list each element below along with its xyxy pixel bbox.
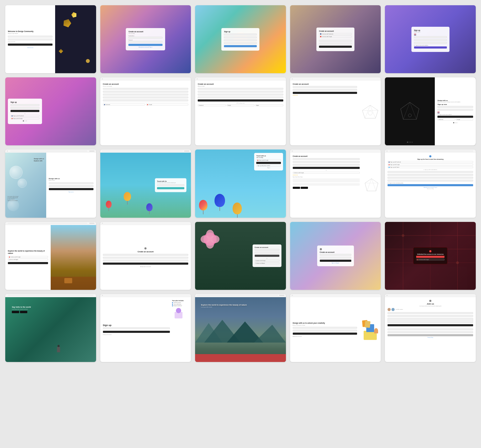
email-field[interactable] <box>319 40 352 42</box>
googleplay-btn[interactable] <box>301 187 308 189</box>
agree-checkbox[interactable] <box>414 45 415 46</box>
explore-btn[interactable] <box>279 295 284 296</box>
fname-field[interactable] <box>224 34 257 35</box>
login-link[interactable]: Already have an account? Log in <box>388 187 473 188</box>
signup-button[interactable] <box>437 116 473 118</box>
phone-btn[interactable]: Sign up with phone number <box>256 165 281 167</box>
email-field[interactable] <box>320 254 351 256</box>
confirm-field[interactable] <box>388 180 473 182</box>
password-field[interactable] <box>319 43 352 45</box>
login-link[interactable]: Sign up now <box>49 191 93 193</box>
signup-button[interactable] <box>11 110 39 112</box>
google-btn[interactable]: Google <box>456 119 473 120</box>
signup-button[interactable] <box>8 262 48 264</box>
extra-field-2[interactable] <box>388 331 473 333</box>
fname-field[interactable] <box>414 36 447 38</box>
facebook-btn[interactable]: Facebook <box>103 104 145 105</box>
lname-field[interactable] <box>103 91 189 93</box>
getstarted-button[interactable] <box>416 256 445 258</box>
signup-button[interactable] <box>128 44 163 46</box>
facebook-btn[interactable]: Sign up with Facebook <box>388 161 473 163</box>
name-field[interactable] <box>103 254 189 256</box>
password-field[interactable] <box>437 109 473 111</box>
signup-button[interactable] <box>49 188 93 190</box>
email-field[interactable] <box>293 327 357 329</box>
google-btn[interactable]: Sign up with Google <box>11 118 39 119</box>
confirm-field[interactable] <box>103 99 189 101</box>
password-field[interactable] <box>198 97 283 98</box>
email-field[interactable] <box>103 257 189 259</box>
facebook-btn[interactable]: Facebook <box>437 119 455 120</box>
apple-btn[interactable]: Continue with Apple <box>8 259 48 260</box>
password-field[interactable] <box>8 39 53 40</box>
password-field[interactable] <box>293 330 357 332</box>
email-field[interactable] <box>128 37 163 39</box>
password-field[interactable] <box>414 42 447 44</box>
facebook-btn[interactable]: Continue with Facebook <box>319 33 352 35</box>
create-button[interactable] <box>293 167 360 169</box>
password-field[interactable] <box>128 41 163 43</box>
create-button[interactable] <box>103 331 170 333</box>
password-field[interactable] <box>49 185 93 187</box>
name-field[interactable] <box>388 312 473 314</box>
signup-button[interactable] <box>103 263 189 265</box>
fname-field[interactable] <box>198 88 283 90</box>
design-btn[interactable]: Continue with Design <box>255 260 279 262</box>
password-field[interactable] <box>224 42 257 44</box>
email-field[interactable] <box>49 182 93 184</box>
lname-field[interactable] <box>224 36 257 38</box>
password-field[interactable] <box>255 252 279 254</box>
email-field[interactable] <box>198 94 283 95</box>
email-field[interactable] <box>103 94 189 95</box>
submit-button[interactable] <box>388 324 473 326</box>
signup-button[interactable] <box>293 333 357 335</box>
google-btn[interactable]: Continue with Google <box>416 259 445 260</box>
facebook-btn[interactable]: Facebook <box>198 104 226 106</box>
password-field[interactable] <box>11 107 39 109</box>
agree-checkbox[interactable] <box>388 183 389 184</box>
signin-link[interactable]: Already have an account? Sign in <box>128 47 163 48</box>
google-btn[interactable]: Google <box>227 104 255 106</box>
extra-button[interactable] <box>388 334 473 336</box>
signup-button[interactable] <box>414 46 447 49</box>
twitter-btn[interactable]: Sign up with Twitter <box>388 166 473 168</box>
message-field[interactable] <box>388 318 473 323</box>
fname-field[interactable] <box>103 88 189 90</box>
privacy-link[interactable]: Privacy Policy <box>388 337 473 338</box>
create-button[interactable] <box>198 99 283 102</box>
signup-btn-nav[interactable] <box>89 223 95 224</box>
create-button[interactable] <box>293 92 357 94</box>
email-field[interactable] <box>8 36 53 38</box>
lname-field[interactable] <box>198 91 283 93</box>
apple-btn[interactable]: Apple <box>255 104 283 106</box>
password-field[interactable] <box>103 260 189 262</box>
email-field[interactable] <box>224 39 257 41</box>
facebook-btn[interactable]: Sign up with Facebook <box>11 115 39 117</box>
create-account-link[interactable]: Create account <box>8 47 53 48</box>
google-btn[interactable]: Sign up with Google <box>256 159 281 161</box>
continue-btn[interactable] <box>255 255 279 257</box>
email-field[interactable] <box>293 161 360 163</box>
stream-button[interactable] <box>388 184 473 186</box>
signup-button[interactable] <box>157 187 184 189</box>
google-btn[interactable]: Continue with Google <box>319 36 352 38</box>
email-field[interactable] <box>255 249 279 251</box>
email-field[interactable] <box>103 327 170 329</box>
create-button[interactable] <box>224 45 257 47</box>
email-field[interactable] <box>437 106 473 108</box>
extra-field-1[interactable] <box>388 328 473 330</box>
agree-checkbox[interactable] <box>437 114 438 115</box>
apple-btn[interactable]: Continue with Apple <box>255 262 279 264</box>
signin-button[interactable] <box>8 44 53 46</box>
password-field[interactable] <box>320 257 351 259</box>
email-field[interactable] <box>388 174 473 176</box>
password-field[interactable] <box>103 97 189 98</box>
email-field[interactable] <box>414 39 447 41</box>
email-field[interactable] <box>11 104 39 106</box>
password-field[interactable] <box>293 89 357 91</box>
googleplay-btn[interactable] <box>20 311 27 313</box>
appstore-btn[interactable] <box>293 187 300 189</box>
privacy-link[interactable]: Show next on Page <box>388 188 473 189</box>
create-button[interactable] <box>320 260 351 262</box>
google-btn[interactable]: Continue with Google <box>293 172 360 174</box>
